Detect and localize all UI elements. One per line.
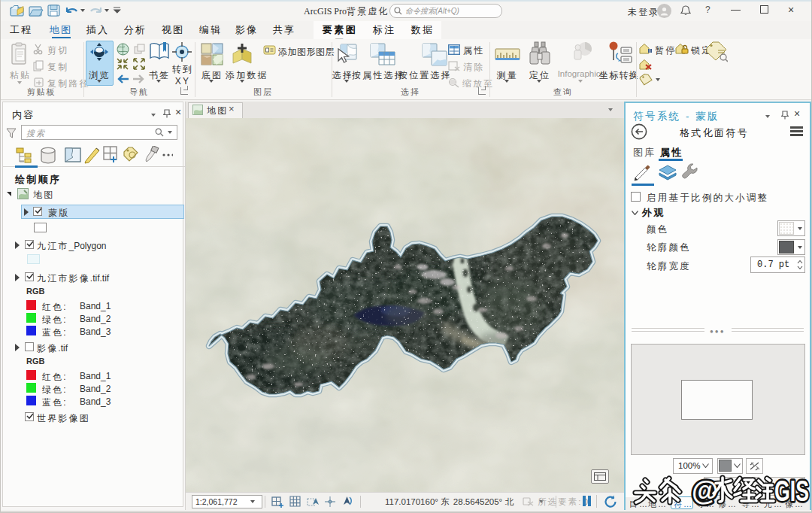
svg-text:@: @ — [692, 475, 718, 506]
svg-text:GIS: GIS — [774, 475, 809, 507]
